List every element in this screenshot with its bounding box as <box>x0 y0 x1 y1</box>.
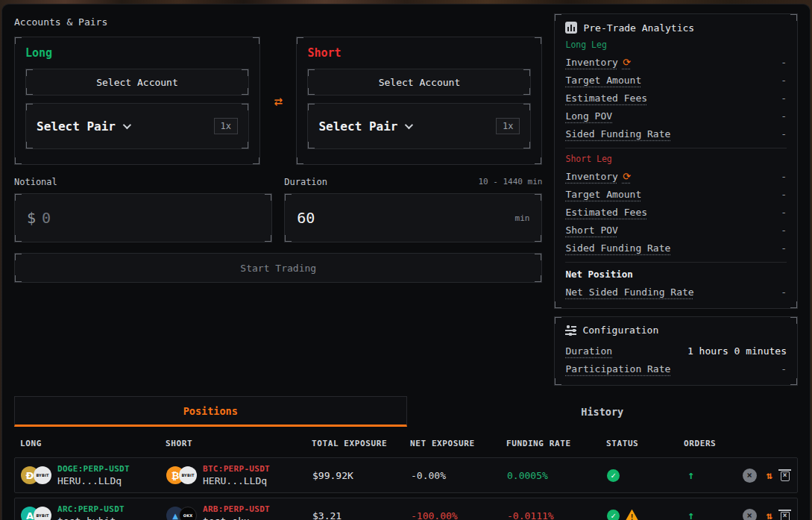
position-row[interactable]: Ð BYBIT DOGE:PERP-USDT HERU...LLDq ₿ BYB… <box>14 457 798 493</box>
notional-input[interactable] <box>42 209 259 227</box>
legs-row: Long Select Account Select Pair 1x ⇄ <box>14 37 542 165</box>
currency-prefix: $ <box>27 209 36 227</box>
swap-legs-icon[interactable]: ⇄ <box>274 94 283 108</box>
pair-symbol: BTC:PERP-USDT <box>203 464 270 474</box>
status-cell: ! <box>607 469 684 482</box>
sided-funding-rate-value: - <box>781 242 787 254</box>
estimated-fees-value: - <box>781 93 787 104</box>
net-sided-funding-rate-label: Net Sided Funding Rate <box>565 286 693 298</box>
duration-input[interactable] <box>297 209 509 227</box>
short-leg-panel: Short Select Account Select Pair 1x <box>296 37 542 165</box>
funding-rate-value: 0.0005% <box>507 470 607 481</box>
cancel-orders-button[interactable]: × <box>743 509 757 520</box>
funding-rate-value: -0.0111% <box>507 510 607 520</box>
participation-rate-label: Participation Rate <box>565 363 670 375</box>
sided-funding-rate-label: Sided Funding Rate <box>565 242 670 254</box>
account-name: test_okx <box>203 516 270 520</box>
net-position-title: Net Position <box>565 269 787 280</box>
chevron-down-icon <box>405 121 413 129</box>
config-duration-value: 1 hours 0 minutes <box>687 345 787 357</box>
positions-table-header: LONG SHORT TOTAL EXPOSURE NET EXPOSURE F… <box>14 427 798 457</box>
analytics-row: Sided Funding Rate - <box>565 125 787 142</box>
refresh-icon[interactable]: ⟳ <box>623 171 631 182</box>
analytics-short-leg-title: Short Leg <box>565 154 787 164</box>
target-amount-label: Target Amount <box>565 189 641 200</box>
divider <box>565 262 787 263</box>
col-header-status: STATUS <box>606 439 684 448</box>
configuration-panel: Configuration Duration 1 hours 0 minutes… <box>554 316 798 386</box>
trading-app-window: Accounts & Pairs Long Select Account Sel… <box>1 4 811 520</box>
long-select-account-button[interactable]: Select Account <box>25 69 249 95</box>
refresh-icon[interactable]: ⟳ <box>623 57 631 68</box>
analytics-title: Pre-Trade Analytics <box>583 22 694 34</box>
sided-funding-rate-value: - <box>781 128 787 140</box>
analytics-row: Inventory⟳ - <box>565 53 787 71</box>
direction-up-icon: ↑ <box>687 509 694 520</box>
total-exposure-value: $3.21 <box>312 510 411 520</box>
short-select-pair-label: Select Pair <box>318 119 397 134</box>
analytics-row: Target Amount - <box>565 71 787 89</box>
sliders-icon <box>565 325 576 335</box>
analytics-row: Inventory⟳ - <box>565 167 787 185</box>
net-exposure-value: -0.00% <box>411 470 507 481</box>
pair-symbol: DOGE:PERP-USDT <box>57 464 130 474</box>
short-leverage-badge[interactable]: 1x <box>496 118 520 134</box>
delete-position-icon[interactable] <box>781 512 790 520</box>
account-name: HERU...LLDq <box>203 475 270 486</box>
status-ok-icon <box>607 510 620 520</box>
estimated-fees-value: - <box>781 207 787 218</box>
long-leg-cell: A BYBIT ARC:PERP-USDT test_bybit <box>21 504 166 520</box>
pre-trade-analytics-panel: Pre-Trade Analytics Long Leg Inventory⟳ … <box>554 13 798 309</box>
exchange-icon: BYBIT <box>34 507 51 520</box>
participation-rate-value: - <box>781 363 787 375</box>
sided-funding-rate-label: Sided Funding Rate <box>565 128 670 140</box>
short-pov-value: - <box>781 225 787 236</box>
col-header-orders: ORDERS <box>684 439 798 448</box>
orders-cell: ↑ × ⇅ <box>684 469 797 483</box>
notional-input-container: $ <box>14 193 272 242</box>
start-trading-button[interactable]: Start Trading <box>14 253 542 283</box>
position-row[interactable]: A BYBIT ARC:PERP-USDT test_bybit ▲ OKX A… <box>14 498 798 520</box>
long-select-pair-dropdown[interactable]: Select Pair 1x <box>25 103 249 149</box>
inventory-label: Inventory <box>565 171 617 182</box>
tab-positions[interactable]: Positions <box>14 396 407 427</box>
accounts-pairs-title: Accounts & Pairs <box>14 16 542 28</box>
delete-position-icon[interactable] <box>781 472 790 481</box>
col-header-short: SHORT <box>166 439 312 448</box>
estimated-fees-label: Estimated Fees <box>565 93 647 104</box>
warning-icon: ! <box>625 510 639 520</box>
tab-history[interactable]: History <box>407 396 799 427</box>
duration-range-hint: 10 - 1440 min <box>478 177 542 187</box>
positions-history-tabs: Positions History <box>14 396 798 427</box>
exchange-icon: OKX <box>179 507 197 520</box>
account-name: HERU...LLDq <box>57 475 130 486</box>
analytics-row: Net Sided Funding Rate - <box>565 283 787 301</box>
target-amount-value: - <box>781 189 787 200</box>
long-leg-panel: Long Select Account Select Pair 1x <box>14 37 260 165</box>
inventory-value: - <box>781 171 787 182</box>
analytics-row: Sided Funding Rate - <box>565 239 787 257</box>
config-duration-label: Duration <box>565 345 612 357</box>
net-sided-funding-rate-value: - <box>781 286 787 298</box>
cancel-orders-button[interactable]: × <box>743 469 757 483</box>
short-select-account-button[interactable]: Select Account <box>307 69 531 95</box>
rebalance-orders-icon[interactable]: ⇅ <box>767 510 771 520</box>
account-name: test_bybit <box>57 516 125 520</box>
inventory-value: - <box>781 57 787 68</box>
inventory-label: Inventory <box>565 57 617 68</box>
rebalance-orders-icon[interactable]: ⇅ <box>767 469 771 481</box>
short-select-pair-dropdown[interactable]: Select Pair 1x <box>307 103 531 149</box>
divider <box>565 148 787 148</box>
long-select-pair-label: Select Pair <box>37 119 116 134</box>
long-leverage-badge[interactable]: 1x <box>214 118 238 134</box>
orders-cell: ↑ × ⇅ <box>684 509 797 520</box>
direction-up-icon: ↑ <box>687 469 694 482</box>
long-pov-value: - <box>781 110 787 122</box>
long-leg-cell: Ð BYBIT DOGE:PERP-USDT HERU...LLDq <box>21 464 166 486</box>
duration-unit: min <box>515 213 530 223</box>
short-leg-cell: ₿ BYBIT BTC:PERP-USDT HERU...LLDq <box>166 464 312 486</box>
duration-input-container: min <box>284 193 542 242</box>
target-amount-value: - <box>781 75 787 86</box>
configuration-row: Duration 1 hours 0 minutes <box>565 342 787 360</box>
col-header-total-exposure: TOTAL EXPOSURE <box>312 439 410 448</box>
